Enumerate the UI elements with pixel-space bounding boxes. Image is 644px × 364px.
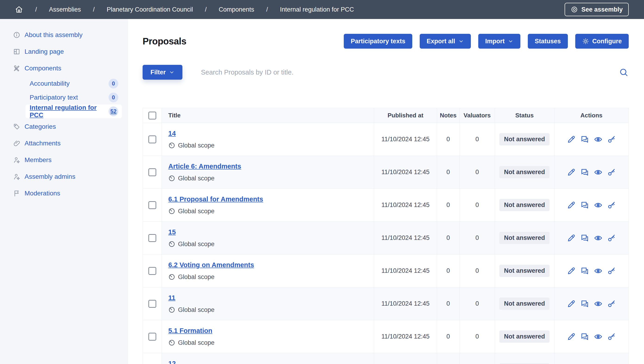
row-select-cell	[143, 353, 162, 364]
statuses-button[interactable]: Statuses	[528, 34, 568, 49]
row-checkbox[interactable]	[148, 300, 156, 308]
row-checkbox[interactable]	[148, 168, 156, 176]
import-button[interactable]: Import	[478, 34, 520, 49]
sidebar-item-categories[interactable]: Categories	[0, 118, 128, 135]
preview-icon[interactable]	[594, 266, 602, 275]
notes-count: 0	[437, 287, 460, 320]
status-badge: Not answered	[499, 298, 550, 310]
notes-count: 0	[437, 189, 460, 222]
edit-icon[interactable]	[567, 234, 576, 242]
sidebar-item-label: Categories	[24, 123, 56, 130]
preview-icon[interactable]	[594, 201, 602, 210]
answer-icon[interactable]	[580, 332, 589, 341]
column-header-notes: Notes	[437, 108, 460, 123]
sidebar-item-participatory-text[interactable]: Participatory text 0	[26, 90, 122, 104]
sidebar-item-accountability[interactable]: Accountability 0	[26, 77, 122, 90]
sidebar-item-internal-regulation[interactable]: Internal regulation for PCC 52	[26, 104, 122, 118]
export-all-button[interactable]: Export all	[420, 34, 471, 49]
answer-icon[interactable]	[580, 266, 589, 275]
button-label: Statuses	[535, 38, 561, 45]
eye-icon	[570, 6, 578, 13]
sidebar-item-assembly-admins[interactable]: Assembly admins	[0, 168, 128, 185]
answer-icon[interactable]	[580, 201, 589, 210]
proposal-title-link[interactable]: 6.1 Proposal for Amendments	[168, 196, 263, 203]
preview-icon[interactable]	[594, 300, 602, 308]
sidebar-item-components[interactable]: Components	[0, 60, 128, 77]
breadcrumb-components[interactable]: Components	[219, 6, 254, 13]
row-checkbox[interactable]	[148, 333, 156, 340]
proposal-title-link[interactable]: 15	[168, 228, 176, 236]
table-row: 11 Global scope 11/10/2024 12:45 0 0 Not…	[143, 287, 629, 320]
sidebar-item-landing-page[interactable]: Landing page	[0, 43, 128, 60]
notes-count: 0	[437, 222, 460, 254]
table-row: 15 Global scope 11/10/2024 12:45 0 0 Not…	[143, 222, 629, 254]
proposal-scope: Global scope	[168, 142, 374, 149]
answer-icon[interactable]	[580, 135, 589, 144]
proposal-title-link[interactable]: Article 6: Amendments	[168, 162, 241, 170]
row-select-cell	[143, 123, 162, 156]
filter-button[interactable]: Filter	[142, 65, 182, 80]
button-label: Participatory texts	[351, 38, 405, 45]
actions-cell	[554, 189, 628, 222]
see-assembly-button[interactable]: See assembly	[564, 3, 629, 16]
permissions-icon[interactable]	[607, 300, 616, 308]
answer-icon[interactable]	[580, 300, 589, 308]
row-checkbox[interactable]	[148, 136, 156, 143]
proposal-scope: Global scope	[168, 306, 374, 314]
answer-icon[interactable]	[580, 234, 589, 242]
valuators-count: 0	[460, 287, 495, 320]
permissions-icon[interactable]	[607, 168, 616, 177]
preview-icon[interactable]	[594, 168, 602, 177]
flag-icon	[13, 190, 20, 197]
proposal-title-link[interactable]: 5.1 Formation	[168, 327, 212, 334]
sidebar-item-members[interactable]: Members	[0, 152, 128, 168]
sidebar-item-moderations[interactable]: Moderations	[0, 185, 128, 202]
select-all-checkbox[interactable]	[148, 112, 156, 120]
preview-icon[interactable]	[594, 332, 602, 341]
preview-icon[interactable]	[594, 135, 602, 144]
edit-icon[interactable]	[567, 266, 576, 275]
valuators-count: 0	[460, 222, 495, 254]
row-checkbox[interactable]	[148, 234, 156, 242]
preview-icon[interactable]	[594, 234, 602, 242]
sidebar-item-about[interactable]: About this assembly	[0, 27, 128, 43]
home-breadcrumb-link[interactable]	[15, 5, 23, 14]
scope-label: Global scope	[178, 306, 214, 314]
global-scope-icon	[168, 240, 175, 248]
row-checkbox[interactable]	[148, 267, 156, 275]
edit-icon[interactable]	[567, 332, 576, 341]
breadcrumb-current-component[interactable]: Internal regulation for PCC	[280, 6, 354, 13]
breadcrumb-assembly-name[interactable]: Planetary Coordination Council	[107, 6, 193, 13]
search-button[interactable]	[619, 68, 628, 77]
sidebar-item-attachments[interactable]: Attachments	[0, 135, 128, 152]
permissions-icon[interactable]	[607, 266, 616, 275]
button-label: Export all	[427, 38, 455, 45]
layout-icon	[13, 48, 20, 55]
global-scope-icon	[168, 274, 175, 280]
breadcrumb-assemblies[interactable]: Assemblies	[49, 6, 81, 13]
edit-icon[interactable]	[567, 201, 576, 210]
proposal-title-link[interactable]: 14	[168, 130, 176, 137]
permissions-icon[interactable]	[607, 201, 616, 210]
answer-icon[interactable]	[580, 168, 589, 177]
row-select-cell	[143, 189, 162, 222]
proposal-title-link[interactable]: 12	[168, 360, 176, 364]
permissions-icon[interactable]	[607, 234, 616, 242]
row-checkbox[interactable]	[148, 201, 156, 209]
participatory-texts-button[interactable]: Participatory texts	[344, 34, 412, 49]
edit-icon[interactable]	[567, 135, 576, 144]
proposal-title-link[interactable]: 6.2 Voting on Amendments	[168, 261, 254, 269]
configure-button[interactable]: Configure	[575, 34, 629, 49]
sidebar-item-label: Attachments	[24, 140, 61, 147]
sidebar-subitem-label: Internal regulation for PCC	[30, 104, 108, 119]
gear-icon	[582, 38, 589, 45]
edit-icon[interactable]	[567, 168, 576, 177]
search-input[interactable]	[182, 68, 629, 76]
permissions-icon[interactable]	[607, 135, 616, 144]
scope-label: Global scope	[178, 142, 214, 149]
status-badge: Not answered	[499, 232, 550, 244]
edit-icon[interactable]	[567, 300, 576, 308]
permissions-icon[interactable]	[607, 332, 616, 341]
tools-icon	[13, 64, 20, 72]
proposal-title-link[interactable]: 11	[168, 294, 176, 302]
